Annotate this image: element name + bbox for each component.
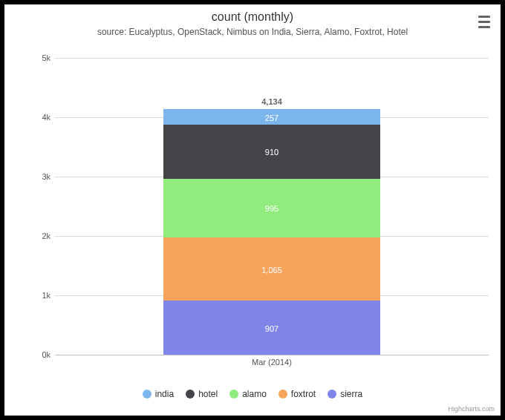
bar-segment-india[interactable] [163,109,380,125]
bar-segment-sierra[interactable] [163,301,380,355]
chart-area: count (monthly) source: Eucalyptus, Open… [4,4,501,416]
legend-item-foxtrot[interactable]: foxtrot [278,388,316,399]
legend-label: alamo [242,389,267,399]
legend-swatch [143,390,152,398]
hamburger-icon [478,16,490,18]
legend-item-alamo[interactable]: alamo [229,388,267,399]
legend: indiahotelalamofoxtrotsierra [4,388,501,399]
legend-item-india[interactable]: india [143,388,174,399]
legend-item-sierra[interactable]: sierra [328,388,362,399]
hamburger-icon [478,26,490,28]
bar-segment-alamo[interactable] [163,179,380,238]
grid-line [55,355,489,355]
chart-subtitle: source: Eucalyptus, OpenStack, Nimbus on… [4,27,501,37]
stack-total-label: 4,134 [163,97,380,106]
legend-swatch [328,390,336,398]
legend-label: foxtrot [291,389,316,399]
credits-link[interactable]: Highcharts.com [448,405,495,413]
legend-swatch [229,390,238,398]
y-axis-tick: 5k [6,53,50,62]
legend-label: hotel [198,389,218,399]
grid-line [55,58,489,59]
legend-swatch [186,390,195,398]
chart-menu-button[interactable] [475,13,493,30]
legend-label: sierra [340,389,362,399]
y-axis-tick: 1k [6,291,50,300]
chart-frame: count (monthly) source: Eucalyptus, Open… [0,0,505,420]
y-axis-tick: 2k [6,232,50,240]
y-axis-tick: 3k [6,172,50,181]
y-axis-tick: 4k [6,113,50,122]
y-axis-tick: 0k [6,350,50,359]
hamburger-icon [478,21,490,23]
bar-segment-foxtrot[interactable] [163,237,380,301]
x-axis-tick: Mar (2014) [55,358,489,367]
chart-title: count (monthly) [4,10,501,24]
legend-label: india [155,389,174,399]
legend-item-hotel[interactable]: hotel [186,388,218,399]
plot-area: 0k1k2k3k4k5k 9071,0659959102574,134 Mar … [55,58,489,355]
legend-swatch [278,390,287,398]
bar-segment-hotel[interactable] [163,125,380,179]
